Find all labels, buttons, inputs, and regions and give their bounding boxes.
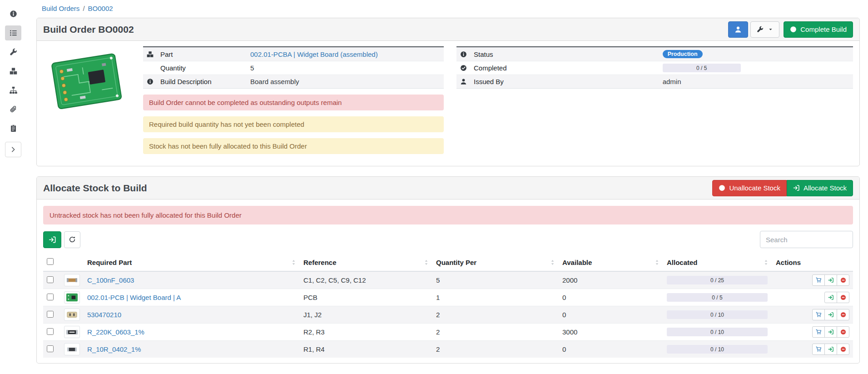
allocate-row-button[interactable] bbox=[824, 309, 837, 320]
part-thumbnail bbox=[64, 274, 80, 286]
sidebar-item-allocate-stock[interactable] bbox=[5, 25, 21, 40]
minus-circle-icon bbox=[840, 346, 846, 352]
sign-in-icon bbox=[828, 312, 834, 318]
unallocate-row-button[interactable] bbox=[837, 326, 849, 338]
part-link[interactable]: R_220K_0603_1% bbox=[87, 328, 144, 336]
order-part-button[interactable] bbox=[812, 309, 825, 320]
toolbar-allocate-button[interactable] bbox=[43, 231, 61, 248]
detail-row-quantity: Quantity 5 bbox=[143, 61, 444, 75]
issued-by-label: Issued By bbox=[474, 78, 663, 85]
allocate-row-button[interactable] bbox=[824, 326, 837, 338]
table-row: 002.01-PCB | Widget Board | A PCB 1 0 0 … bbox=[43, 289, 853, 306]
cart-icon bbox=[816, 277, 822, 283]
minus-circle-icon bbox=[840, 312, 846, 318]
column-reference[interactable]: Reference bbox=[300, 254, 432, 271]
quantity-per-cell: 2 bbox=[432, 324, 559, 341]
unallocate-row-button[interactable] bbox=[837, 344, 849, 355]
part-link[interactable]: R_10R_0402_1% bbox=[87, 345, 141, 353]
breadcrumb-current-link[interactable]: BO0002 bbox=[88, 5, 113, 12]
detail-row-part: Part 002.01-PCBA | Widget Board (assembl… bbox=[143, 47, 444, 61]
quantity-per-cell: 5 bbox=[432, 271, 559, 289]
table-row: C_100nF_0603 C1, C2, C5, C9, C12 5 2000 … bbox=[43, 271, 853, 289]
select-all-checkbox[interactable] bbox=[47, 258, 54, 265]
completed-progress-bar: 0 / 5 bbox=[663, 64, 741, 72]
order-part-button[interactable] bbox=[812, 274, 825, 286]
order-part-button[interactable] bbox=[812, 344, 825, 355]
available-cell: 2000 bbox=[559, 271, 663, 289]
available-cell: 3000 bbox=[559, 324, 663, 341]
part-link[interactable]: 530470210 bbox=[87, 311, 121, 319]
row-checkbox[interactable] bbox=[47, 345, 54, 352]
chevron-right-icon bbox=[10, 146, 16, 153]
row-checkbox[interactable] bbox=[47, 311, 54, 318]
cart-icon bbox=[816, 312, 822, 318]
user-icon bbox=[460, 78, 467, 85]
refresh-table-button[interactable] bbox=[64, 231, 80, 248]
allocate-stock-button[interactable]: Allocate Stock bbox=[787, 180, 853, 196]
detail-row-status: Status Production bbox=[456, 47, 853, 61]
sign-in-icon bbox=[828, 277, 834, 283]
part-link[interactable]: 002.01-PCBA | Widget Board (assembled) bbox=[250, 50, 378, 58]
unallocate-row-button[interactable] bbox=[837, 274, 849, 286]
sort-icon bbox=[291, 259, 296, 265]
sidebar-item-completed-outputs[interactable] bbox=[5, 64, 21, 79]
column-actions: Actions bbox=[772, 254, 853, 271]
order-part-button[interactable] bbox=[812, 326, 825, 338]
sort-icon bbox=[550, 259, 555, 265]
complete-build-button[interactable]: Complete Build bbox=[784, 21, 853, 38]
sidebar-item-child-builds[interactable] bbox=[5, 83, 21, 98]
quantity-per-cell: 2 bbox=[432, 341, 559, 358]
sign-in-icon bbox=[793, 185, 800, 191]
breadcrumb-build-orders-link[interactable]: Build Orders bbox=[42, 5, 79, 12]
unallocate-row-button[interactable] bbox=[837, 292, 849, 303]
sidebar-expand-button[interactable] bbox=[5, 142, 21, 157]
part-link[interactable]: C_100nF_0603 bbox=[87, 276, 134, 284]
completed-label: Completed bbox=[474, 64, 663, 72]
column-available[interactable]: Available bbox=[559, 254, 663, 271]
sort-icon bbox=[764, 259, 769, 265]
column-required-part[interactable]: Required Part bbox=[84, 254, 300, 271]
allocate-stock-panel: Allocate Stock to Build Unallocate Stock… bbox=[36, 176, 860, 364]
detail-row-completed: Completed 0 / 5 bbox=[456, 61, 853, 75]
allocation-table: Required Part Reference Quantity Per Ava… bbox=[43, 254, 853, 358]
column-quantity-per[interactable]: Quantity Per bbox=[432, 254, 559, 271]
allocated-progress-bar: 0 / 10 bbox=[667, 310, 768, 319]
sign-in-icon bbox=[828, 346, 834, 352]
info-circle-icon bbox=[147, 78, 154, 85]
minus-circle-icon bbox=[719, 185, 725, 191]
row-checkbox[interactable] bbox=[47, 276, 54, 283]
info-circle-icon bbox=[10, 10, 17, 18]
column-allocated[interactable]: Allocated bbox=[663, 254, 772, 271]
unallocate-stock-button[interactable]: Unallocate Stock bbox=[712, 180, 787, 196]
part-label: Part bbox=[160, 50, 250, 58]
allocate-row-button[interactable] bbox=[824, 292, 837, 303]
allocate-row-button[interactable] bbox=[824, 344, 837, 355]
unallocate-row-button[interactable] bbox=[837, 309, 849, 320]
admin-actions-button[interactable] bbox=[728, 21, 748, 38]
paperclip-icon bbox=[10, 105, 17, 113]
check-circle-icon bbox=[460, 65, 467, 71]
refresh-icon bbox=[69, 236, 76, 243]
sidebar-item-notes[interactable] bbox=[5, 121, 21, 136]
search-input[interactable] bbox=[760, 231, 853, 248]
sidebar-item-attachments[interactable] bbox=[5, 102, 21, 117]
sitemap-icon bbox=[10, 86, 17, 94]
part-link[interactable]: 002.01-PCB | Widget Board | A bbox=[87, 294, 181, 301]
available-cell: 0 bbox=[559, 289, 663, 306]
allocate-panel-title: Allocate Stock to Build bbox=[43, 183, 147, 194]
part-thumbnail bbox=[64, 309, 80, 321]
part-image bbox=[45, 46, 128, 118]
row-checkbox[interactable] bbox=[47, 328, 54, 335]
allocate-row-button[interactable] bbox=[824, 274, 837, 286]
build-actions-dropdown-button[interactable] bbox=[750, 21, 779, 38]
row-checkbox[interactable] bbox=[47, 294, 54, 300]
reference-cell: PCB bbox=[300, 289, 432, 306]
allocated-progress-bar: 0 / 10 bbox=[667, 345, 768, 354]
table-header-row: Required Part Reference Quantity Per Ava… bbox=[43, 254, 853, 271]
clipboard-icon bbox=[10, 125, 17, 132]
alert-untracked-stock: Untracked stock has not been fully alloc… bbox=[43, 206, 853, 224]
sidebar-item-details[interactable] bbox=[5, 6, 21, 21]
sidebar-item-build-outputs[interactable] bbox=[5, 45, 21, 60]
detail-row-issued-by: Issued By admin bbox=[456, 75, 853, 88]
allocate-panel-heading: Allocate Stock to Build Unallocate Stock… bbox=[37, 177, 859, 199]
